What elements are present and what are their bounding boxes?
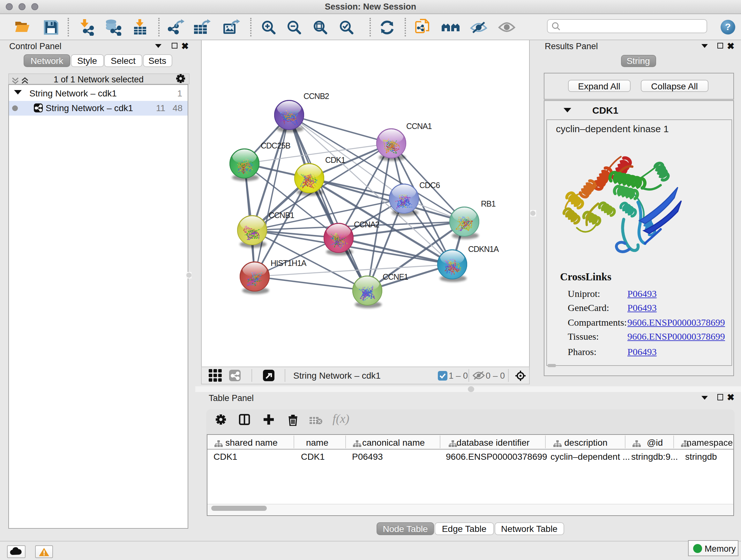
svg-text:CDC6: CDC6 (419, 181, 440, 190)
svg-text:CCNB1: CCNB1 (268, 211, 294, 220)
svg-text:CCNA1: CCNA1 (406, 122, 431, 131)
svg-text:CDKN1A: CDKN1A (468, 245, 499, 253)
svg-text:RB1: RB1 (481, 199, 495, 208)
svg-text:CCNE1: CCNE1 (382, 272, 408, 281)
svg-text:CCNB2: CCNB2 (303, 91, 329, 101)
svg-text:CDC25B: CDC25B (260, 141, 290, 150)
svg-text:HIST1H1A: HIST1H1A (270, 259, 307, 267)
svg-text:CDK1: CDK1 (325, 155, 345, 165)
svg-text:CCNA2: CCNA2 (354, 220, 379, 229)
